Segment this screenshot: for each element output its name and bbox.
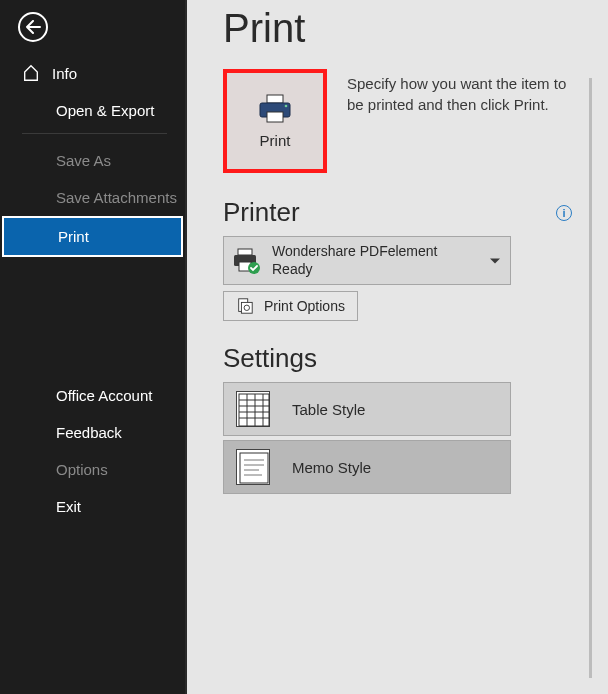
sidebar-item-save-attachments: Save Attachments bbox=[0, 179, 185, 216]
sidebar-item-exit[interactable]: Exit bbox=[0, 488, 185, 525]
svg-point-3 bbox=[285, 104, 288, 107]
sidebar-divider bbox=[22, 133, 167, 134]
print-options-label: Print Options bbox=[264, 298, 345, 314]
print-description: Specify how you want the item to be prin… bbox=[347, 69, 572, 173]
svg-rect-19 bbox=[240, 453, 268, 483]
style-label: Memo Style bbox=[292, 459, 371, 476]
style-label: Table Style bbox=[292, 401, 365, 418]
sidebar-label-office-account: Office Account bbox=[56, 387, 152, 404]
settings-section: Settings Table Style bbox=[223, 343, 572, 494]
printer-header-row: Printer i bbox=[223, 197, 572, 228]
sidebar-label-save-attachments: Save Attachments bbox=[56, 189, 177, 206]
printer-status: Ready bbox=[272, 261, 437, 279]
sidebar-label-open-export: Open & Export bbox=[56, 102, 154, 119]
file-backstage-sidebar: Info Open & Export Save As Save Attachme… bbox=[0, 0, 185, 694]
table-style-icon bbox=[236, 391, 270, 427]
printer-name: Wondershare PDFelement bbox=[272, 243, 437, 261]
sidebar-label-save-as: Save As bbox=[56, 152, 111, 169]
sidebar-label-exit: Exit bbox=[56, 498, 81, 515]
scrollbar-track[interactable] bbox=[589, 78, 592, 678]
memo-style-icon bbox=[236, 449, 270, 485]
sidebar-item-print[interactable]: Print bbox=[2, 216, 183, 257]
chevron-down-icon bbox=[490, 258, 500, 263]
back-button[interactable] bbox=[18, 12, 48, 42]
page-title: Print bbox=[223, 6, 572, 51]
print-pane: Print Print Specify how you want the ite… bbox=[185, 0, 608, 694]
svg-rect-11 bbox=[239, 394, 269, 426]
printer-icon bbox=[257, 94, 293, 124]
sidebar-item-feedback[interactable]: Feedback bbox=[0, 414, 185, 451]
sidebar-item-office-account[interactable]: Office Account bbox=[0, 377, 185, 414]
svg-rect-4 bbox=[238, 249, 252, 255]
style-memo[interactable]: Memo Style bbox=[223, 440, 511, 494]
print-button[interactable]: Print bbox=[223, 69, 327, 173]
print-options-icon bbox=[236, 297, 254, 315]
printer-info-icon[interactable]: i bbox=[556, 205, 572, 221]
home-icon bbox=[22, 64, 40, 82]
sidebar-item-info[interactable]: Info bbox=[0, 54, 185, 92]
printer-select[interactable]: Wondershare PDFelement Ready bbox=[223, 236, 511, 285]
svg-rect-2 bbox=[267, 112, 283, 122]
sidebar-label-info: Info bbox=[52, 65, 77, 82]
settings-heading: Settings bbox=[223, 343, 572, 374]
print-options-button[interactable]: Print Options bbox=[223, 291, 358, 321]
sidebar-spacer bbox=[0, 257, 185, 377]
svg-rect-9 bbox=[241, 302, 252, 313]
style-table[interactable]: Table Style bbox=[223, 382, 511, 436]
sidebar-item-open-export[interactable]: Open & Export bbox=[0, 92, 185, 129]
printer-ready-icon bbox=[232, 248, 262, 274]
svg-rect-0 bbox=[267, 95, 283, 103]
printer-text: Wondershare PDFelement Ready bbox=[272, 243, 437, 278]
sidebar-label-feedback: Feedback bbox=[56, 424, 122, 441]
print-row: Print Specify how you want the item to b… bbox=[223, 69, 572, 173]
sidebar-item-options[interactable]: Options bbox=[0, 451, 185, 488]
sidebar-label-options: Options bbox=[56, 461, 108, 478]
sidebar-label-print: Print bbox=[58, 228, 89, 245]
print-button-label: Print bbox=[260, 132, 291, 149]
sidebar-item-save-as: Save As bbox=[0, 142, 185, 179]
back-arrow-icon bbox=[25, 20, 41, 34]
printer-heading: Printer bbox=[223, 197, 300, 228]
